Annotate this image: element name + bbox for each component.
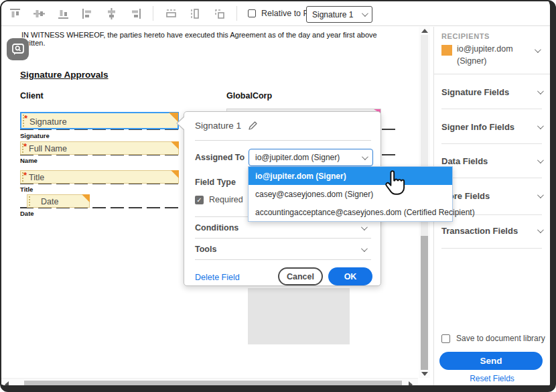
sidebar-divider [434, 74, 550, 74]
align-horizontal-center-icon[interactable] [105, 7, 118, 20]
scroll-up-arrow[interactable] [421, 29, 428, 33]
chevron-down-icon [362, 153, 368, 160]
assigned-to-select[interactable]: io@jupiter.dom (Signer) [249, 149, 373, 166]
save-to-library-checkbox[interactable] [441, 334, 450, 343]
option-io-jupiter[interactable]: io@jupiter.dom (Signer) [249, 167, 452, 185]
sidebar-section-signature-fields[interactable]: Signature Fields [441, 84, 542, 99]
field-tag: Signature [29, 117, 67, 127]
save-to-library-control[interactable]: Save to document library [441, 334, 545, 343]
signature-line [382, 154, 398, 155]
field-tag: Date [41, 197, 58, 206]
globalcorp-column-header: GlobalCorp [226, 91, 272, 101]
option-casey[interactable]: casey@caseyjones.dom (Signer) [249, 185, 452, 203]
conditions-section[interactable]: Conditions [195, 223, 366, 233]
required-asterisk: * [24, 113, 27, 123]
save-to-library-label: Save to document library [456, 334, 545, 343]
toolbar-divider [153, 6, 153, 21]
signature-line [382, 129, 398, 130]
align-vertical-center-icon[interactable] [32, 7, 46, 20]
field-caption: Name [20, 157, 38, 164]
required-label: Required [209, 195, 243, 204]
scroll-left-arrow[interactable] [5, 381, 9, 388]
align-left-icon[interactable] [80, 7, 94, 20]
horizontal-scroll-thumb[interactable] [24, 381, 402, 387]
sidebar-section-more-fields[interactable]: More Fields [441, 188, 542, 203]
drag-handle-dots[interactable] [29, 196, 30, 206]
field-caption: Title [20, 186, 33, 193]
popup-divider [195, 238, 371, 239]
magnifier-bubble-icon [11, 43, 25, 56]
signature-approvals-heading: Signature Approvals [20, 70, 109, 80]
edit-pencil-icon[interactable] [248, 121, 258, 131]
client-column-header: Client [20, 91, 44, 101]
alignment-icon-group [1, 7, 149, 20]
field-tag: Title [29, 173, 44, 182]
chevron-down-icon [537, 157, 544, 164]
sidebar-divider [441, 143, 542, 144]
align-bottom-icon[interactable] [56, 7, 70, 20]
chevron-down-icon [537, 192, 544, 198]
relative-to-page-checkbox[interactable] [248, 9, 256, 17]
field-corner-triangle [171, 141, 179, 149]
tools-label: Tools [195, 245, 216, 254]
field-alignment-toolbar: Relative to Page Signature 1 [1, 1, 550, 26]
assigned-to-label: Assigned To [195, 153, 245, 162]
title-field[interactable]: * Title [20, 170, 179, 184]
popup-divider [195, 140, 371, 141]
chevron-down-icon [361, 245, 368, 252]
sidebar-divider [441, 178, 542, 178]
sidebar-divider [441, 248, 542, 249]
sidebar-section-signer-info-fields[interactable]: Signer Info Fields [441, 119, 542, 134]
chevron-down-icon [362, 10, 368, 17]
align-top-icon[interactable] [8, 7, 21, 20]
chevron-down-icon [537, 123, 544, 129]
cancel-button[interactable]: Cancel [278, 267, 323, 285]
conditions-label: Conditions [195, 223, 238, 233]
recipient-email: io@jupiter.dom [457, 44, 513, 54]
toolbar-divider [236, 6, 237, 21]
option-accountingacceptance[interactable]: accountingacceptance@caseyjones.dom (Cer… [249, 203, 452, 221]
field-type-label: Field Type [195, 178, 236, 187]
popup-title: Signature 1 [195, 121, 241, 131]
tools-section[interactable]: Tools [195, 245, 366, 254]
send-button[interactable]: Send [439, 352, 543, 370]
chevron-down-icon [537, 88, 544, 94]
horizontal-scrollbar[interactable] [1, 378, 418, 389]
field-corner-triangle [171, 170, 179, 178]
witness-paragraph: IN WITNESS WHEREOF, the parties hereto h… [21, 31, 397, 47]
reset-fields-link[interactable]: Reset Fields [434, 374, 550, 383]
recipient-color-swatch [441, 45, 452, 56]
popup-divider [195, 259, 371, 260]
align-right-icon[interactable] [129, 7, 142, 20]
match-size-icon[interactable] [212, 7, 226, 20]
match-width-icon[interactable] [164, 7, 178, 20]
vertical-scroll-thumb[interactable] [421, 236, 428, 370]
field-caption: Date [20, 210, 34, 217]
sidebar-section-data-fields[interactable]: Data Fields [441, 153, 542, 168]
sizing-icon-group [157, 7, 232, 20]
field-tag: Full Name [29, 144, 67, 153]
required-asterisk: * [23, 170, 27, 180]
chevron-down-icon [361, 224, 368, 231]
scroll-down-arrow[interactable] [421, 372, 428, 376]
match-height-icon[interactable] [188, 7, 202, 20]
required-checkbox[interactable]: ✓ [195, 196, 204, 204]
field-corner-triangle [82, 194, 90, 202]
date-field[interactable]: Date [27, 194, 90, 208]
chevron-down-icon [535, 46, 541, 53]
required-asterisk: * [23, 141, 27, 151]
document-gray-block [248, 288, 350, 344]
scroll-right-arrow[interactable] [409, 381, 413, 388]
sidebar-divider [441, 109, 542, 109]
assigned-to-value: io@jupiter.dom (Signer) [255, 153, 340, 162]
recipient-role: (Signer) [457, 56, 486, 66]
app-frame: Relative to Page Signature 1 IN WITNESS … [0, 0, 556, 392]
sidebar-section-transaction-fields[interactable]: Transaction Fields [441, 223, 542, 238]
signature-field[interactable]: * Signature [20, 112, 179, 129]
field-caption: Signature [20, 132, 50, 139]
delete-field-link[interactable]: Delete Field [195, 273, 240, 282]
field-selector-dropdown[interactable]: Signature 1 [306, 6, 372, 23]
zoom-tool-button[interactable] [7, 38, 29, 60]
ok-button[interactable]: OK [328, 267, 372, 285]
full-name-field[interactable]: * Full Name [20, 141, 179, 155]
